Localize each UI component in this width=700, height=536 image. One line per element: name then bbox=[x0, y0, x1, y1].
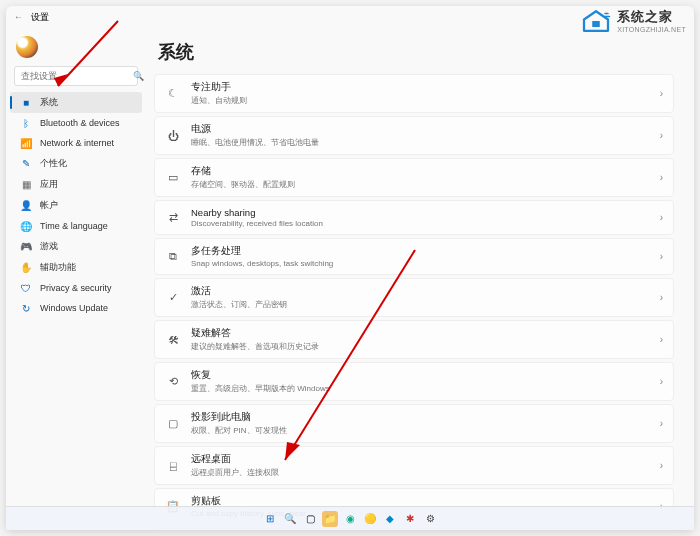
card-subtitle: 存储空间、驱动器、配置规则 bbox=[191, 179, 660, 190]
nav-item-6[interactable]: 🌐Time & language bbox=[10, 216, 142, 236]
nav-icon: ✎ bbox=[20, 158, 32, 170]
search-box[interactable]: 🔍 bbox=[14, 66, 138, 86]
svg-rect-4 bbox=[592, 21, 600, 27]
settings-card-5[interactable]: ✓激活激活状态、订阅、产品密钥› bbox=[154, 278, 674, 317]
card-subtitle: 建议的疑难解答、首选项和历史记录 bbox=[191, 341, 660, 352]
card-icon: ✓ bbox=[165, 291, 181, 304]
search-input[interactable] bbox=[21, 71, 133, 81]
watermark-logo-icon bbox=[581, 9, 611, 33]
nav-icon: 📶 bbox=[20, 137, 32, 149]
app-icon[interactable]: ✱ bbox=[402, 511, 418, 527]
nav-icon: 🛡 bbox=[20, 282, 32, 294]
chevron-right-icon: › bbox=[660, 292, 663, 303]
nav-list: ■系统ᛒBluetooth & devices📶Network & intern… bbox=[6, 92, 146, 318]
card-icon: ⇄ bbox=[165, 211, 181, 224]
nav-icon: ↻ bbox=[20, 302, 32, 314]
nav-icon: ▦ bbox=[20, 179, 32, 191]
chrome-icon[interactable]: 🟡 bbox=[362, 511, 378, 527]
watermark: 系统之家 XITONGZHIJIA.NET bbox=[581, 8, 686, 33]
nav-item-10[interactable]: ↻Windows Update bbox=[10, 298, 142, 318]
settings-icon[interactable]: ⚙ bbox=[422, 511, 438, 527]
card-title: 远程桌面 bbox=[191, 453, 660, 466]
card-subtitle: 激活状态、订阅、产品密钥 bbox=[191, 299, 660, 310]
nav-icon: 🎮 bbox=[20, 241, 32, 253]
nav-label: Time & language bbox=[40, 221, 108, 231]
chevron-right-icon: › bbox=[660, 172, 663, 183]
explorer-icon[interactable]: 📁 bbox=[322, 511, 338, 527]
nav-label: Privacy & security bbox=[40, 283, 112, 293]
settings-card-3[interactable]: ⇄Nearby sharingDiscoverability, received… bbox=[154, 200, 674, 235]
settings-card-6[interactable]: 🛠疑难解答建议的疑难解答、首选项和历史记录› bbox=[154, 320, 674, 359]
chevron-right-icon: › bbox=[660, 212, 663, 223]
card-icon: ⏻ bbox=[165, 130, 181, 142]
user-avatar[interactable] bbox=[16, 36, 38, 58]
card-title: 恢复 bbox=[191, 369, 660, 382]
settings-card-7[interactable]: ⟲恢复重置、高级启动、早期版本的 Windows› bbox=[154, 362, 674, 401]
card-title: 电源 bbox=[191, 123, 660, 136]
nav-label: 系统 bbox=[40, 96, 58, 109]
nav-item-9[interactable]: 🛡Privacy & security bbox=[10, 278, 142, 298]
nav-label: 帐户 bbox=[40, 199, 58, 212]
sidebar: 🔍 ■系统ᛒBluetooth & devices📶Network & inte… bbox=[6, 28, 146, 530]
nav-label: Windows Update bbox=[40, 303, 108, 313]
app-icon[interactable]: ◆ bbox=[382, 511, 398, 527]
nav-item-3[interactable]: ✎个性化 bbox=[10, 153, 142, 174]
card-subtitle: 远程桌面用户、连接权限 bbox=[191, 467, 660, 478]
nav-item-5[interactable]: 👤帐户 bbox=[10, 195, 142, 216]
nav-label: 游戏 bbox=[40, 240, 58, 253]
watermark-url: XITONGZHIJIA.NET bbox=[617, 26, 686, 33]
nav-icon: 👤 bbox=[20, 200, 32, 212]
chevron-right-icon: › bbox=[660, 418, 663, 429]
settings-window: ← 设置 🔍 ■系统ᛒBluetooth & devices📶Network &… bbox=[6, 6, 694, 530]
card-icon: ▭ bbox=[165, 171, 181, 184]
chevron-right-icon: › bbox=[660, 334, 663, 345]
chevron-right-icon: › bbox=[660, 460, 663, 471]
chevron-right-icon: › bbox=[660, 88, 663, 99]
card-subtitle: 睡眠、电池使用情况、节省电池电量 bbox=[191, 137, 660, 148]
card-subtitle: 通知、自动规则 bbox=[191, 95, 660, 106]
edge-icon[interactable]: ◉ bbox=[342, 511, 358, 527]
card-title: Nearby sharing bbox=[191, 207, 660, 218]
chevron-right-icon: › bbox=[660, 376, 663, 387]
chevron-right-icon: › bbox=[660, 251, 663, 262]
nav-label: Bluetooth & devices bbox=[40, 118, 120, 128]
settings-card-8[interactable]: ▢投影到此电脑权限、配对 PIN、可发现性› bbox=[154, 404, 674, 443]
nav-label: Network & internet bbox=[40, 138, 114, 148]
card-icon: ▢ bbox=[165, 417, 181, 430]
nav-label: 个性化 bbox=[40, 157, 67, 170]
nav-icon: ■ bbox=[20, 97, 32, 109]
card-title: 投影到此电脑 bbox=[191, 411, 660, 424]
card-subtitle: 重置、高级启动、早期版本的 Windows bbox=[191, 383, 660, 394]
card-title: 多任务处理 bbox=[191, 245, 660, 258]
settings-card-2[interactable]: ▭存储存储空间、驱动器、配置规则› bbox=[154, 158, 674, 197]
card-icon: ⟲ bbox=[165, 375, 181, 388]
settings-list: ☾专注助手通知、自动规则›⏻电源睡眠、电池使用情况、节省电池电量›▭存储存储空间… bbox=[154, 74, 674, 530]
back-arrow-icon[interactable]: ← bbox=[14, 12, 23, 22]
card-title: 专注助手 bbox=[191, 81, 660, 94]
nav-item-2[interactable]: 📶Network & internet bbox=[10, 133, 142, 153]
nav-item-7[interactable]: 🎮游戏 bbox=[10, 236, 142, 257]
nav-label: 辅助功能 bbox=[40, 261, 76, 274]
nav-item-1[interactable]: ᛒBluetooth & devices bbox=[10, 113, 142, 133]
card-title: 存储 bbox=[191, 165, 660, 178]
settings-card-4[interactable]: ⧉多任务处理Snap windows, desktops, task switc… bbox=[154, 238, 674, 275]
taskview-icon[interactable]: ▢ bbox=[302, 511, 318, 527]
nav-item-8[interactable]: ✋辅助功能 bbox=[10, 257, 142, 278]
taskbar[interactable]: ⊞ 🔍 ▢ 📁 ◉ 🟡 ◆ ✱ ⚙ bbox=[6, 506, 694, 530]
nav-item-4[interactable]: ▦应用 bbox=[10, 174, 142, 195]
search-icon[interactable]: 🔍 bbox=[282, 511, 298, 527]
card-icon: ⌸ bbox=[165, 460, 181, 472]
nav-item-0[interactable]: ■系统 bbox=[10, 92, 142, 113]
chevron-right-icon: › bbox=[660, 130, 663, 141]
settings-card-9[interactable]: ⌸远程桌面远程桌面用户、连接权限› bbox=[154, 446, 674, 485]
settings-card-1[interactable]: ⏻电源睡眠、电池使用情况、节省电池电量› bbox=[154, 116, 674, 155]
settings-card-0[interactable]: ☾专注助手通知、自动规则› bbox=[154, 74, 674, 113]
card-subtitle: 权限、配对 PIN、可发现性 bbox=[191, 425, 660, 436]
nav-label: 应用 bbox=[40, 178, 58, 191]
search-icon: 🔍 bbox=[133, 71, 144, 81]
nav-icon: 🌐 bbox=[20, 220, 32, 232]
start-icon[interactable]: ⊞ bbox=[262, 511, 278, 527]
nav-icon: ✋ bbox=[20, 262, 32, 274]
content: 🔍 ■系统ᛒBluetooth & devices📶Network & inte… bbox=[6, 28, 694, 530]
window-title: 设置 bbox=[31, 11, 49, 24]
